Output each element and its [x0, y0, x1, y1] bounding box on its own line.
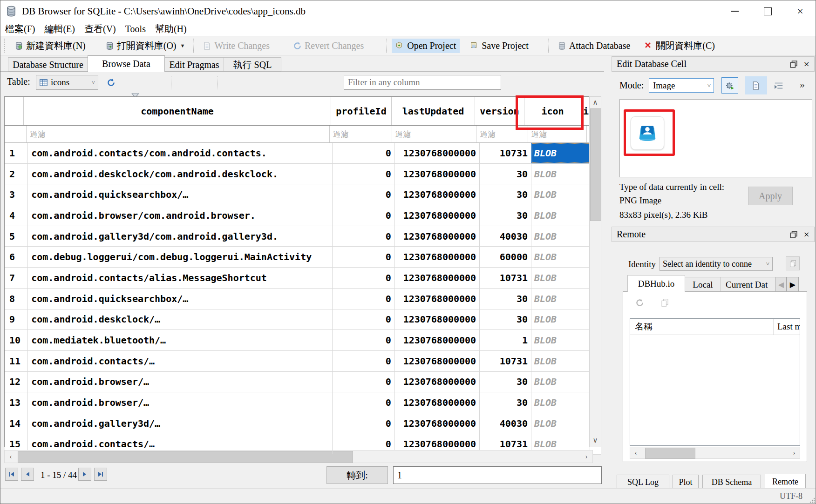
table-row[interactable]: 2com.android.deskclock/com.android.deskc… — [5, 164, 601, 185]
float-panel-icon[interactable] — [790, 60, 797, 68]
cell-lastUpdated[interactable]: 1230768000000 — [395, 289, 480, 309]
table-row[interactable]: 10com.mediatek.bluetooth/…01230768000000… — [5, 330, 601, 351]
table-row[interactable]: 3com.android.quicksearchbox/…01230768000… — [5, 184, 601, 205]
cell-icon[interactable]: BLOB — [531, 205, 590, 226]
next-page-button[interactable] — [78, 468, 91, 481]
table-row[interactable]: 8com.android.quicksearchbox/…01230768000… — [5, 289, 601, 309]
table-row[interactable]: 14com.android.gallery3d/…012307680000004… — [5, 413, 601, 434]
cell-componentName[interactable]: com.android.deskclock/… — [28, 309, 332, 330]
cell-lastUpdated[interactable]: 1230768000000 — [395, 205, 480, 226]
word-wrap-button[interactable] — [774, 81, 785, 90]
cell-icon[interactable]: BLOB — [531, 247, 590, 267]
cell-version[interactable]: 30 — [480, 372, 531, 392]
cell-profileId[interactable]: 0 — [333, 289, 395, 309]
cell-componentName[interactable]: com.mediatek.bluetooth/… — [28, 330, 332, 350]
scroll-right-arrow[interactable]: › — [789, 447, 799, 458]
close-database-button[interactable]: 關閉資料庫(C) — [640, 38, 719, 54]
cell-profileId[interactable]: 0 — [333, 184, 395, 205]
column-header-icon[interactable]: icon — [524, 97, 581, 125]
cell-componentName[interactable]: com.android.quicksearchbox/… — [28, 184, 332, 205]
cell-componentName[interactable]: com.android.browser/com.android.browser. — [28, 205, 332, 226]
cell-lastUpdated[interactable]: 1230768000000 — [395, 247, 480, 267]
menu-file[interactable]: 檔案(F) — [0, 22, 40, 36]
cell-componentName[interactable]: com.android.quicksearchbox/… — [28, 289, 332, 309]
row-number[interactable]: 9 — [5, 309, 28, 330]
tab-scroll-right-button[interactable]: ▶ — [787, 277, 799, 292]
identity-selector[interactable]: Select an identity to conne ˅ — [660, 257, 773, 271]
cell-profileId[interactable]: 0 — [333, 330, 395, 350]
close-button[interactable]: × — [784, 1, 816, 21]
tab-execute-sql[interactable]: 執行 SQL — [224, 57, 281, 72]
cell-profileId[interactable]: 0 — [333, 372, 395, 392]
cell-version[interactable]: 40030 — [480, 226, 531, 247]
refresh-button[interactable] — [104, 75, 118, 89]
apply-button[interactable]: Apply — [748, 187, 793, 205]
row-number[interactable]: 12 — [5, 372, 28, 392]
cell-lastUpdated[interactable]: 1230768000000 — [395, 143, 480, 163]
cell-icon[interactable]: BLOB — [531, 226, 590, 247]
row-number[interactable]: 10 — [5, 330, 28, 350]
cell-icon[interactable]: BLOB — [531, 309, 590, 330]
remote-horizontal-scrollbar[interactable]: ‹ › — [630, 447, 800, 459]
table-row[interactable]: 9com.android.deskclock/…0123076800000030… — [5, 309, 601, 330]
cell-profileId[interactable]: 0 — [333, 143, 395, 163]
table-row[interactable]: 5com.android.gallery3d/com.android.galle… — [5, 226, 601, 247]
cell-icon[interactable]: BLOB — [531, 330, 590, 350]
attach-database-button[interactable]: Attach Database — [554, 39, 634, 53]
scroll-right-arrow[interactable]: › — [581, 450, 592, 463]
cell-lastUpdated[interactable]: 1230768000000 — [395, 309, 480, 330]
filter-input-lastUpdated[interactable]: 過濾 — [392, 126, 477, 142]
filter-input-version[interactable]: 過濾 — [476, 126, 528, 142]
clone-database-button[interactable] — [786, 256, 800, 270]
cell-icon[interactable]: BLOB — [531, 392, 590, 413]
row-number[interactable]: 2 — [5, 164, 28, 184]
save-project-button[interactable]: Save Project — [466, 39, 532, 53]
cell-version[interactable]: 30 — [480, 205, 531, 226]
row-number[interactable]: 5 — [5, 226, 28, 247]
resize-grip-icon[interactable] — [809, 497, 816, 504]
table-vertical-scrollbar[interactable]: ∧ ∨ — [589, 96, 601, 447]
cell-componentName[interactable]: com.android.deskclock/com.android.deskcl… — [28, 164, 332, 184]
list-header-name[interactable]: 名稱 — [630, 319, 774, 335]
row-number[interactable]: 3 — [5, 184, 28, 205]
new-database-button[interactable]: 新建資料庫(N) — [11, 38, 89, 54]
cell-profileId[interactable]: 0 — [333, 392, 395, 413]
cell-profileId[interactable]: 0 — [333, 226, 395, 247]
cell-icon[interactable]: BLOB — [531, 184, 590, 205]
goto-button[interactable]: 轉到: — [326, 466, 388, 484]
row-number[interactable]: 8 — [5, 289, 28, 309]
cell-componentName[interactable]: com.android.contacts/com.android.contact… — [28, 143, 332, 163]
table-row[interactable]: 12com.android.browser/…0123076800000030B… — [5, 372, 601, 393]
column-header-lastUpdated[interactable]: lastUpdated — [392, 97, 475, 125]
cell-componentName[interactable]: com.android.gallery3d/… — [28, 413, 332, 434]
open-database-button[interactable]: 打開資料庫(O) ▼ — [102, 38, 189, 54]
list-header-last-modified[interactable]: Last mo — [774, 322, 800, 332]
cell-icon[interactable]: BLOB — [531, 268, 590, 288]
cell-componentName[interactable]: com.android.browser/… — [28, 372, 332, 392]
filter-input-icon[interactable]: 過濾 — [528, 126, 587, 142]
maximize-button[interactable] — [751, 1, 784, 21]
remote-tab-dbhub[interactable]: DBHub.io — [627, 275, 685, 292]
table-selector[interactable]: icons ˅ — [36, 75, 98, 90]
row-number[interactable]: 14 — [5, 413, 28, 434]
table-row[interactable]: 6com.debug.loggerui/com.debug.loggerui.M… — [5, 247, 601, 268]
cell-version[interactable]: 30 — [480, 309, 531, 330]
row-number[interactable]: 13 — [5, 392, 28, 413]
filter-input-componentName[interactable]: 過濾 — [27, 126, 330, 142]
row-number[interactable]: 7 — [5, 268, 28, 288]
menu-help[interactable]: 幫助(H) — [150, 22, 191, 36]
dock-tab-db-schema[interactable]: DB Schema — [702, 475, 761, 490]
scroll-down-arrow[interactable]: ∨ — [590, 435, 601, 446]
scroll-left-arrow[interactable]: ‹ — [6, 450, 16, 463]
dock-tab-remote[interactable]: Remote — [765, 474, 806, 490]
cell-version[interactable]: 30 — [480, 164, 531, 184]
cell-icon[interactable]: BLOB — [531, 413, 590, 434]
cell-lastUpdated[interactable]: 1230768000000 — [395, 413, 480, 434]
cell-lastUpdated[interactable]: 1230768000000 — [395, 226, 480, 247]
table-row[interactable]: 1com.android.contacts/com.android.contac… — [5, 143, 601, 164]
cell-componentName[interactable]: com.android.contacts/alias.MessageShortc… — [28, 268, 332, 288]
cell-icon[interactable]: BLOB — [531, 143, 590, 163]
cell-icon[interactable]: BLOB — [531, 164, 590, 184]
table-row[interactable]: 13com.android.browser/…0123076800000030B… — [5, 392, 601, 413]
cell-profileId[interactable]: 0 — [333, 309, 395, 330]
